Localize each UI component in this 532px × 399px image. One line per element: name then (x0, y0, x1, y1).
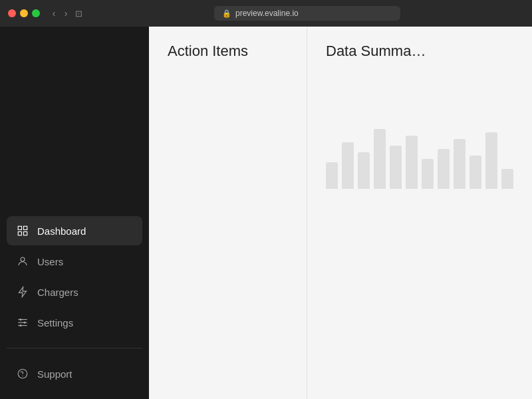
svg-rect-0 (18, 226, 21, 229)
sidebar-top: Dashboard Users Chargers (0, 27, 149, 342)
sidebar-item-settings[interactable]: Settings (7, 308, 142, 337)
data-summary-title: Data Summa… (326, 43, 513, 60)
sidebar-divider (7, 348, 142, 348)
chart-area (326, 129, 513, 189)
chart-bar (454, 139, 466, 189)
svg-point-12 (22, 376, 23, 376)
back-button[interactable]: ‹ (48, 7, 60, 19)
chart-bar (406, 136, 418, 189)
chart-bar (438, 149, 450, 189)
lock-icon: 🔒 (222, 9, 231, 18)
svg-rect-3 (24, 232, 27, 235)
svg-point-4 (21, 257, 25, 261)
chart-bar (358, 152, 370, 189)
close-button[interactable] (8, 9, 16, 17)
sidebar: Dashboard Users Chargers (0, 27, 149, 399)
sidebar-item-label-chargers: Chargers (37, 287, 78, 298)
data-summary-content (326, 70, 513, 189)
svg-point-10 (20, 325, 22, 327)
action-items-title: Action Items (168, 43, 288, 60)
sidebar-item-chargers[interactable]: Chargers (7, 277, 142, 307)
sidebar-item-dashboard[interactable]: Dashboard (7, 216, 142, 245)
action-items-content (168, 70, 288, 76)
sidebar-item-label-support: Support (37, 368, 72, 380)
sidebar-item-support[interactable]: Support (7, 359, 142, 388)
chart-bar (485, 132, 497, 189)
svg-point-9 (24, 322, 26, 324)
support-icon (16, 367, 29, 380)
sidebar-nav: Dashboard Users Chargers (0, 216, 149, 337)
dashboard-icon (16, 224, 29, 237)
minimize-button[interactable] (20, 9, 28, 17)
chart-bar (374, 129, 386, 189)
content-panels: Action Items Data Summa… (149, 27, 532, 399)
sidebar-item-label-settings: Settings (37, 317, 73, 329)
app-layout: Dashboard Users Chargers (0, 27, 532, 399)
main-content: Action Items Data Summa… (149, 27, 532, 399)
sidebar-bottom: Support (0, 354, 149, 399)
chart-bar (469, 156, 481, 189)
chart-bar (326, 162, 338, 189)
svg-rect-1 (24, 226, 27, 229)
chart-bar (501, 169, 513, 189)
svg-point-8 (20, 319, 22, 321)
reader-button[interactable]: ⊡ (72, 7, 85, 20)
forward-button[interactable]: › (60, 7, 72, 19)
sidebar-item-users[interactable]: Users (7, 247, 142, 276)
url-text: preview.evaline.io (235, 9, 299, 18)
svg-rect-2 (18, 232, 21, 235)
chart-bar (422, 159, 434, 189)
chart-bar (390, 146, 402, 189)
users-icon (16, 255, 29, 268)
address-bar: 🔒 preview.evaline.io (214, 6, 400, 21)
action-items-panel: Action Items (149, 27, 307, 399)
chart-bar (342, 142, 354, 189)
data-summary-panel: Data Summa… (307, 27, 532, 399)
window-chrome: ‹ › ⊡ 🔒 preview.evaline.io (0, 0, 532, 27)
traffic-lights (8, 9, 40, 17)
chargers-icon (16, 285, 29, 299)
maximize-button[interactable] (32, 9, 40, 17)
sidebar-item-label-users: Users (37, 256, 63, 267)
sidebar-item-label-dashboard: Dashboard (37, 225, 86, 237)
settings-icon (16, 316, 29, 329)
